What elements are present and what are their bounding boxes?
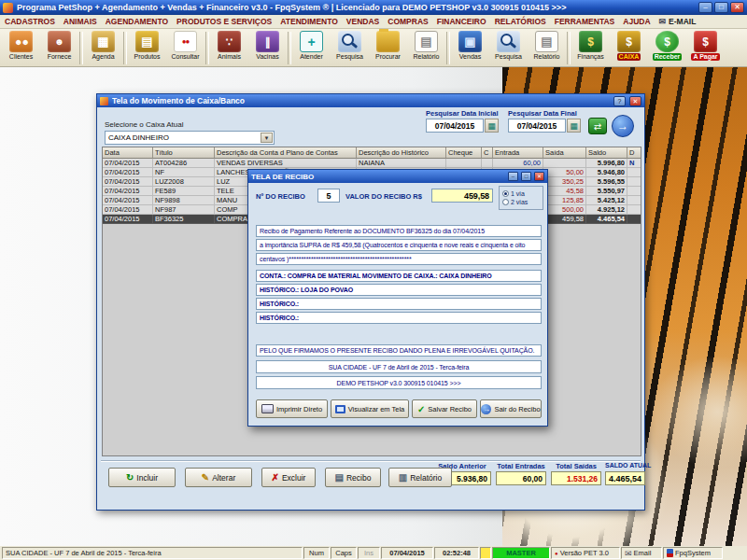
historico-2-field[interactable]: HISTÓRICO.:: [256, 298, 542, 310]
minimize-button[interactable]: –: [698, 2, 712, 13]
valor-recibo-field[interactable]: 459,58: [431, 189, 493, 203]
table-cell: NF9898: [153, 196, 215, 205]
menu-item-relat-rios[interactable]: RELATÓRIOS: [495, 17, 546, 26]
toolbar-button-pesquisa-8[interactable]: Pesquisa: [331, 30, 369, 67]
incluir-icon: ↻: [126, 473, 134, 483]
button-alterar[interactable]: ✎Alterar: [185, 468, 252, 487]
menu-item-vendas[interactable]: VENDAS: [346, 17, 379, 26]
toolbar-button-a-pagar-17[interactable]: $A Pagar: [686, 30, 725, 67]
table-cell: [482, 159, 493, 168]
toolbar-label: Produtos: [132, 53, 162, 61]
cidade-data-field: SUA CIDADE - UF 7 de Abril de 2015 - Ter…: [256, 360, 542, 373]
menu-item-ajuda[interactable]: AJUDA: [623, 17, 650, 26]
data-inicial-field[interactable]: 07/04/2015: [426, 119, 484, 133]
toolbar-button-relat-rio-10[interactable]: ▤Relatório: [407, 30, 445, 67]
toolbar-button-vacinas-6[interactable]: ∥Vacinas: [248, 30, 287, 67]
radio-2-vias[interactable]: 2 vias: [502, 199, 543, 205]
menu-item-ferramentas[interactable]: FERRAMENTAS: [555, 17, 615, 26]
toolbar-label: Agenda: [90, 53, 116, 61]
toolbar-button-consultar-4[interactable]: ●●Consultar: [166, 30, 204, 67]
col-header-sa-da[interactable]: Saída: [543, 147, 586, 159]
numero-recibo-field[interactable]: 5: [317, 189, 340, 203]
menu-item-financeiro[interactable]: FINANCEIRO: [437, 17, 486, 26]
radio-on-icon: [502, 190, 509, 197]
calendar-final-icon[interactable]: ▦: [567, 119, 581, 133]
button-visualizar-em-tela[interactable]: Visualizar em Tela: [331, 399, 409, 418]
button-label: Imprimir Direto: [276, 405, 322, 413]
historico-1-field[interactable]: HISTÓRICO.: LOJA DO POVAO: [256, 284, 542, 296]
table-row[interactable]: 07/04/2015AT004286VENDAS DIVERSASNAIANA6…: [103, 159, 641, 168]
toolbar: ☻☻Clientes☻Fornece▦Agenda▤Produtos●●Cons…: [0, 29, 747, 67]
cash-window-close-button[interactable]: ✕: [629, 96, 641, 106]
toolbar-button-procurar-9[interactable]: Procurar: [369, 30, 407, 67]
button-incluir[interactable]: ↻Incluir: [108, 468, 176, 487]
toolbar-button-clientes-0[interactable]: ☻☻Clientes: [2, 30, 40, 67]
help-button[interactable]: ?: [613, 96, 626, 106]
status-version: ●Versão PET 3.0: [551, 547, 620, 559]
table-cell: AT004286: [153, 159, 215, 168]
button-sair-do-recibo[interactable]: →Sair do Recibo: [480, 399, 542, 418]
export-button[interactable]: ⇄: [588, 118, 607, 134]
col-header-saldo[interactable]: Saldo: [586, 147, 627, 159]
maximize-button[interactable]: □: [714, 2, 728, 13]
data-final-label: Pesquisar Data Final: [508, 109, 577, 118]
toolbar-button-agenda-2[interactable]: ▦Agenda: [84, 30, 122, 67]
caixa-select[interactable]: CAIXA DINHEIRO ▼: [105, 131, 275, 145]
col-header-data[interactable]: Data: [103, 147, 153, 159]
menu-item-agendamento[interactable]: AGENDAMENTO: [106, 17, 168, 26]
table-cell: LUZ2008: [153, 177, 215, 187]
close-button[interactable]: ✕: [730, 2, 744, 13]
calendar-inicial-icon[interactable]: ▦: [485, 119, 499, 133]
button-label: Incluir: [136, 473, 158, 483]
radio-1-via-label: 1 via: [511, 190, 525, 197]
toolbar-button-produtos-3[interactable]: ▤Produtos: [128, 30, 166, 67]
toolbar-button-pesquisa-12[interactable]: Pesquisa: [489, 30, 528, 67]
toolbar-button-vendas-11[interactable]: ▣Vendas: [451, 30, 489, 67]
col-header-descri-o-da-conta-d-plano-de-contas[interactable]: Descrição da Conta d Plano de Contas: [215, 147, 357, 159]
menu-item-email[interactable]: ✉E-MAIL: [659, 17, 697, 26]
search-go-button[interactable]: →: [612, 115, 634, 137]
menu-item-produtos-e-servi-os[interactable]: PRODUTOS E SERVIÇOS: [176, 17, 272, 26]
table-cell: 350,25: [543, 177, 586, 187]
search-icon: [497, 31, 520, 52]
col-header-c[interactable]: C: [482, 147, 493, 159]
menu-item-compras[interactable]: COMPRAS: [388, 17, 428, 26]
menu-bar: CADASTROSANIMAISAGENDAMENTOPRODUTOS E SE…: [0, 15, 747, 29]
col-header-d[interactable]: D: [627, 147, 641, 159]
toolbar-button-fornece-1[interactable]: ☻Fornece: [40, 30, 78, 67]
col-header-descri-o-do-hist-rico[interactable]: Descrição do Histórico: [357, 147, 446, 159]
menu-item-cadastros[interactable]: CADASTROS: [5, 17, 55, 26]
toolbar-button-receber-16[interactable]: $Receber: [648, 30, 686, 67]
button-relat-rio[interactable]: ▥Relatório: [388, 468, 452, 487]
toolbar-button-relat-rio-13[interactable]: ▤Relatório: [528, 30, 566, 67]
chevron-down-icon[interactable]: ▼: [261, 133, 273, 143]
toolbar-button-finan-as-14[interactable]: $Finanças: [571, 30, 610, 67]
data-final-field[interactable]: 07/04/2015: [508, 119, 566, 133]
status-location: SUA CIDADE - UF 7 de Abril de 2015 - Ter…: [2, 547, 303, 559]
receipt-line-1: Recibo de Pagamento Referente ao DOCUMEN…: [256, 225, 542, 237]
total-saidas-label: Total Saídas: [551, 462, 601, 470]
receipt-line-3: centavos )******************************…: [256, 253, 542, 265]
table-cell: 07/04/2015: [103, 159, 153, 168]
toolbar-button-atender-7[interactable]: +Atender: [292, 30, 331, 67]
historico-3-field[interactable]: HISTÓRICO.:: [256, 312, 542, 324]
col-header-entrada[interactable]: Entrada: [493, 147, 543, 159]
button-salvar-recibo[interactable]: ✓Salvar Recibo: [412, 399, 477, 418]
toolbar-label: Relatório: [411, 53, 441, 61]
toolbar-button-animais-5[interactable]: ∵Animais: [210, 30, 248, 67]
table-cell: 5.996,80: [586, 159, 627, 168]
receipt-close-button[interactable]: ✕: [534, 172, 544, 181]
toolbar-button-caixa-15[interactable]: $CAIXA: [610, 30, 648, 67]
menu-item-animais[interactable]: ANIMAIS: [63, 17, 97, 26]
menu-item-atendimento[interactable]: ATENDIMENTO: [280, 17, 338, 26]
button-recibo[interactable]: ▤Recibo: [325, 468, 381, 487]
envelope-icon: ✉: [625, 549, 632, 558]
button-excluir[interactable]: ✗Excluir: [261, 468, 316, 487]
col-header-t-tulo[interactable]: Título: [153, 147, 215, 159]
receipt-maximize-button[interactable]: □: [521, 172, 531, 181]
receipt-minimize-button[interactable]: –: [508, 172, 518, 181]
empresa-field: DEMO PETSHOP v3.0 300915 010415 >>>: [256, 376, 542, 389]
col-header-cheque[interactable]: Cheque: [446, 147, 482, 159]
button-imprimir-direto[interactable]: Imprimir Direto: [256, 399, 328, 418]
radio-1-via[interactable]: 1 via: [502, 190, 543, 197]
